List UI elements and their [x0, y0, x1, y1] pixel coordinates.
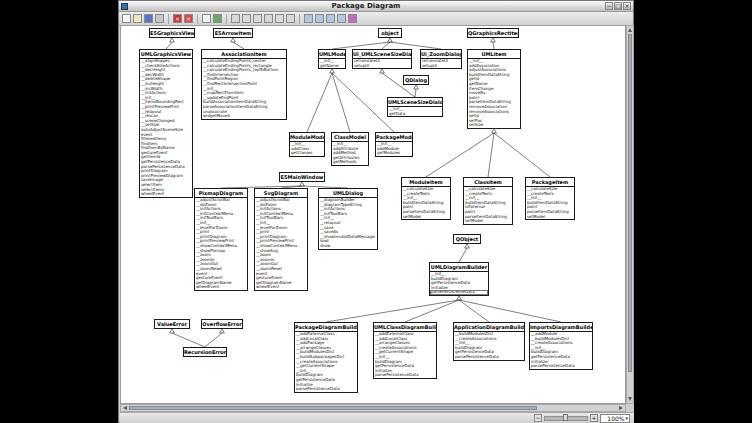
method-label: setModel [402, 215, 450, 220]
method-label: show [319, 244, 377, 249]
class-PackageItem[interactable]: PackageItem__calculateSize__createTexts_… [525, 177, 575, 220]
close-button[interactable]: × [623, 2, 631, 10]
class-E5MainWindow[interactable]: E5MainWindow [279, 172, 325, 182]
method-label: setupUi [421, 64, 461, 69]
class-ModuleItem[interactable]: ModuleItem__calculateSize__createTexts__… [401, 177, 451, 220]
zoom-slider[interactable] [544, 416, 588, 421]
method-label: parsePersistenceData [530, 364, 592, 369]
class-UMLGraphicsView[interactable]: UMLGraphicsView__alignShapes__checkSizeA… [139, 49, 193, 198]
method-label: getClasses [290, 151, 324, 156]
class-title: UMLGraphicsView [140, 50, 192, 59]
align-vcenter-icon[interactable] [275, 14, 284, 23]
toolbar-separator [197, 14, 198, 24]
class-E5GraphicsView[interactable]: E5GraphicsView [149, 28, 195, 38]
class-UMLItem[interactable]: UMLItem__init__addAssociationadjustAssoc… [467, 49, 521, 129]
class-QDialog[interactable]: QDialog [403, 75, 429, 85]
zoom-out-button[interactable]: − [534, 414, 542, 422]
scrollbar-corner [626, 404, 634, 412]
toolbar-separator [168, 14, 169, 24]
class-ClassModel[interactable]: ClassModel__init__addAttributeaddMethodg… [331, 132, 369, 166]
align-left-icon[interactable] [231, 14, 240, 23]
class-ApplicationDiagramBuilder[interactable]: ApplicationDiagramBuilder__buildModulesD… [453, 322, 525, 361]
class-UMLDiagramBuilder[interactable]: UMLDiagramBuilder__init__buildDiagramget… [429, 262, 489, 296]
increase-height-icon[interactable] [315, 14, 324, 23]
window-title: Package Diagram [128, 2, 604, 11]
class-ClassItem[interactable]: ClassItem__calculateSize__createTexts__i… [463, 177, 513, 225]
class-title: PixmapDiagram [195, 189, 247, 198]
scroll-up-icon[interactable] [628, 28, 632, 32]
close-diagram-icon[interactable]: × [173, 14, 182, 23]
class-title: RecursionError [184, 348, 226, 356]
minimize-button[interactable]: − [605, 2, 613, 10]
class-Ui_ZoomDialog[interactable]: Ui_ZoomDialogretranslateUisetupUi [420, 49, 462, 69]
method-label: setupUi [353, 64, 411, 69]
class-title: QGraphicsRectItem [468, 29, 518, 37]
align-hcenter-icon[interactable] [242, 14, 251, 23]
align-bottom-icon[interactable] [286, 14, 295, 23]
class-title: ModuleModel [290, 133, 324, 142]
class-QObject[interactable]: QObject [453, 234, 481, 244]
class-title: UMLDialog [319, 189, 377, 198]
set-size-icon[interactable] [348, 14, 357, 23]
method-label: getName [319, 64, 345, 69]
delete-shape-icon[interactable]: × [184, 14, 193, 23]
class-PackageModel[interactable]: PackageModel__init__addModulegetModules [375, 132, 413, 157]
method-label: setSize [468, 123, 520, 128]
class-SvgDiagram[interactable]: SvgDiagram__adjustScrollBar__doZoom__ini… [254, 188, 308, 291]
class-QGraphicsRectItem[interactable]: QGraphicsRectItem [467, 28, 519, 38]
vertical-scrollbar[interactable] [626, 25, 634, 404]
class-RecursionError[interactable]: RecursionError [183, 347, 227, 357]
scroll-down-icon[interactable] [628, 397, 632, 401]
decrease-width-icon[interactable] [326, 14, 335, 23]
class-ModuleModel[interactable]: ModuleModel__init__addClassgetClasses [289, 132, 325, 157]
scroll-right-icon[interactable] [619, 406, 623, 410]
class-title: OverflowError [202, 320, 242, 328]
increase-width-icon[interactable] [304, 14, 313, 23]
zoom-dropdown-icon: ▾ [625, 415, 628, 422]
zoom-slider-handle[interactable] [563, 414, 568, 421]
class-title: E5GraphicsView [150, 29, 194, 37]
align-top-icon[interactable] [264, 14, 273, 23]
method-label: wheelEvent [140, 192, 192, 197]
class-ImportsDiagramBuilder[interactable]: ImportsDiagramBuilder__addModule__buildM… [529, 322, 593, 370]
maximize-button[interactable]: □ [614, 2, 622, 10]
class-title: ImportsDiagramBuilder [530, 323, 592, 332]
method-label: parsePersistenceData [454, 355, 524, 360]
method-label: getData [388, 112, 442, 117]
class-UMLSceneSizeDialog[interactable]: UMLSceneSizeDialog__init__getData [387, 97, 443, 117]
class-OverflowError[interactable]: OverflowError [201, 319, 243, 329]
relayout-icon[interactable] [213, 14, 222, 23]
print-icon[interactable] [155, 14, 164, 23]
zoom-in-button[interactable]: + [590, 414, 598, 422]
class-object[interactable]: object [378, 28, 402, 38]
class-E5ArrowItem[interactable]: E5ArrowItem [213, 28, 253, 38]
horizontal-scroll-thumb[interactable] [129, 406, 537, 410]
class-AssociationItem[interactable]: AssociationItem__calculateEndingPoints_c… [201, 49, 287, 120]
decrease-height-icon[interactable] [337, 14, 346, 23]
canvas-area: E5GraphicsViewE5ArrowItemobjectQGraphics… [120, 25, 634, 412]
class-PixmapDiagram[interactable]: PixmapDiagram__adjustScrollBar__doZoom__… [194, 188, 248, 291]
class-UMLDialog[interactable]: UMLDialog__diagramBuilder__diagramTypeSt… [318, 188, 378, 250]
method-label: widgetMoved [202, 114, 286, 119]
class-UMLModel[interactable]: UMLModel__init__getName [318, 49, 346, 69]
method-label: setModel [464, 219, 512, 224]
save-image-icon[interactable] [202, 14, 211, 23]
class-PackageDiagramBuilder[interactable]: PackageDiagramBuilder__addExternalClass_… [294, 322, 358, 393]
align-right-icon[interactable] [253, 14, 262, 23]
class-ValueError[interactable]: ValueError [154, 319, 190, 329]
open-icon[interactable] [133, 14, 142, 23]
new-window-icon[interactable] [122, 14, 131, 23]
titlebar[interactable]: Package Diagram − □ × [119, 1, 633, 12]
class-title: PackageDiagramBuilder [295, 323, 357, 332]
class-title: PackageModel [376, 133, 412, 142]
class-UMLClassDiagramBuilder[interactable]: UMLClassDiagramBuilder__addExternalClass… [373, 322, 437, 379]
scroll-left-icon[interactable] [123, 406, 127, 410]
save-icon[interactable] [144, 14, 153, 23]
class-title: UMLModel [319, 50, 345, 59]
class-Ui_UMLSceneSizeDialog[interactable]: Ui_UMLSceneSizeDialogretranslateUisetupU… [352, 49, 412, 69]
zoom-level-select[interactable]: 100% ▾ [600, 414, 630, 423]
diagram-canvas[interactable]: E5GraphicsViewE5ArrowItemobjectQGraphics… [120, 25, 626, 404]
vertical-scroll-thumb[interactable] [628, 34, 632, 372]
status-bar: − + 100% ▾ [120, 412, 634, 423]
horizontal-scrollbar[interactable] [120, 404, 626, 412]
